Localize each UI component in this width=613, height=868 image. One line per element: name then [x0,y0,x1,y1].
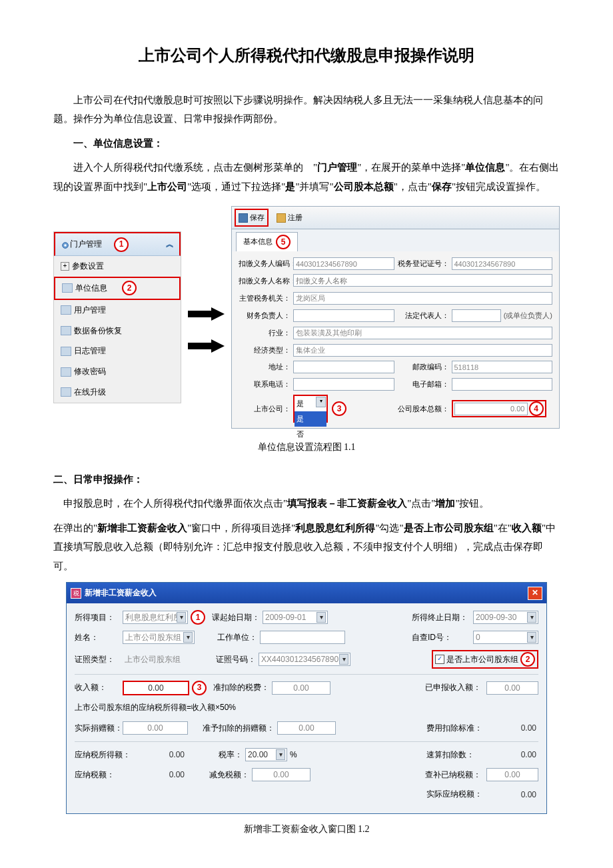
sidebar-item-label: 用户管理 [74,303,106,318]
label-finance: 财务负责人： [239,309,291,323]
value-certtype: 上市公司股东组 [123,653,193,665]
marker-3: 3 [332,401,346,416]
select-listed[interactable]: 是 是 否 ▾ [293,395,328,423]
sidebar-item-password[interactable]: 修改密码 [54,361,181,382]
plus-icon: + [61,262,69,271]
register-icon [277,213,286,223]
label-project: 所得项目： [75,610,120,625]
label-code: 扣缴义务人编码： [239,257,291,271]
input-name[interactable] [293,274,552,287]
select-rate[interactable]: 20.00 [245,748,287,761]
sidebar-item-users[interactable]: 用户管理 [54,300,181,321]
caption-fig2: 新增非工资薪金收入窗口图 1.2 [53,821,560,839]
checkbox-shareholder-group[interactable]: ✓ 是否上市公司股东组 2 [432,650,538,669]
legal-note: (或单位负责人) [504,309,552,323]
sidebar-header-label: 门户管理 [70,237,102,252]
input-post[interactable] [452,361,553,373]
input-tel[interactable] [293,378,394,391]
label-econ: 经济类型： [239,343,291,357]
tab-basic-info[interactable]: 基本信息 5 [236,232,298,251]
register-button[interactable]: 注册 [274,209,305,227]
marker-1: 1 [114,237,129,252]
marker-2: 2 [520,652,535,667]
dialog-body: 所得项目： 利息股息红利所 1 课起始日期： 2009-09-01 所得终止日期… [67,603,546,813]
input-certno[interactable]: XX440301234567890 [259,653,350,666]
label-quick: 速算扣除数： [426,747,485,763]
save-icon [239,213,248,223]
input-work[interactable] [260,631,345,644]
doc-icon [61,305,71,315]
input-name[interactable]: 上市公司股东组 [123,631,195,644]
tab-strip: 基本信息 5 [232,229,559,251]
sidebar: 门户管理 1 ︽ +参数设置 单位信息2 用户管理 数据备份恢复 日志管理 修改… [53,231,181,403]
doc-icon [61,387,71,397]
select-project[interactable]: 利息股息红利所 [123,611,188,624]
input-fee[interactable]: 0.00 [272,681,330,695]
toolbar: 保存 注册 [232,207,559,229]
chevron-down-icon[interactable]: ▾ [316,397,326,407]
chevron-up-icon[interactable]: ︽ [166,237,174,252]
save-button[interactable]: 保存 [235,209,269,227]
input-code[interactable] [293,257,394,270]
dialog-add-income: 税 新增非工资薪金收入 ✕ 所得项目： 利息股息红利所 1 课起始日期： 200… [66,582,547,814]
label-certno: 证照号码： [209,652,256,667]
label-allow: 准予扣除的捐赠额： [201,721,275,736]
percent-sign: % [290,747,297,763]
sidebar-item-label: 单位信息 [75,281,107,296]
input-capital[interactable] [454,403,528,415]
input-selfid[interactable]: 0 [473,631,538,644]
combo-option-no[interactable]: 否 [295,427,326,442]
value-real: 0.00 [488,789,538,801]
sidebar-item-params[interactable]: +参数设置 [54,256,181,277]
close-button[interactable]: ✕ [528,587,542,600]
value-quick: 0.00 [488,749,538,761]
dialog-titlebar: 税 新增非工资薪金收入 ✕ [67,583,546,603]
label-address: 地址： [239,360,291,374]
input-email[interactable] [452,378,553,391]
section2-p1: 申报股息时，在个人所得税代扣代缴界面依次点击"填写报表－非工资薪金收入"点击"增… [53,494,560,513]
marker-3: 3 [192,681,207,695]
value-due: 0.00 [136,769,187,781]
sidebar-item-label: 数据备份恢复 [74,323,122,339]
sidebar-item-label: 日志管理 [74,343,106,359]
sidebar-item-logs[interactable]: 日志管理 [54,341,181,361]
checkbox-label: 是否上市公司股东组 [446,652,518,667]
label-organ: 主管税务机关： [239,291,291,305]
arrow-right-icon [188,307,225,321]
value-std: 0.00 [488,722,538,734]
label-post: 邮政编码： [397,360,449,374]
marker-2: 2 [122,281,137,295]
input-finance[interactable] [293,309,394,322]
input-address[interactable] [293,361,394,373]
form-grid: 扣缴义务人编码： 税务登记证号： 扣缴义务人名称： 主管税务机关： 财务负责人：… [232,251,559,428]
label-due: 应纳税额： [75,767,133,783]
sidebar-item-unit-info[interactable]: 单位信息2 [54,277,181,300]
input-end-date[interactable]: 2009-09-30 [473,611,538,624]
sidebar-header[interactable]: 门户管理 1 ︽ [54,232,181,256]
doc-title: 上市公司个人所得税代扣代缴股息申报操作说明 [53,40,560,71]
input-donation[interactable]: 0.00 [123,721,188,735]
input-allow[interactable]: 0.00 [277,721,336,735]
label-taxreg: 税务登记证号： [397,257,449,271]
input-organ[interactable] [293,292,552,305]
input-taxreg[interactable] [452,257,553,270]
input-start-date[interactable]: 2009-09-01 [263,611,328,624]
register-button-label: 注册 [288,211,303,225]
input-industry[interactable] [293,327,552,339]
marker-5: 5 [276,235,291,249]
doc-icon [62,283,73,293]
save-button-label: 保存 [250,211,265,225]
input-relief[interactable]: 0.00 [252,768,310,781]
label-std: 费用扣除标准： [426,721,485,736]
input-declared[interactable]: 0.00 [486,681,538,695]
marker-1: 1 [191,610,205,625]
combo-option-yes-sel[interactable]: 是 [295,411,326,427]
label-end: 所得终止日期： [412,610,470,625]
sidebar-item-backup[interactable]: 数据备份恢复 [54,321,181,341]
label-work: 工作单位： [211,630,257,645]
sidebar-item-upgrade[interactable]: 在线升级 [54,382,181,403]
input-income[interactable]: 0.00 [123,681,189,695]
input-legal[interactable] [452,309,501,322]
input-econ[interactable] [293,344,552,357]
input-paid[interactable]: 0.00 [486,768,538,781]
